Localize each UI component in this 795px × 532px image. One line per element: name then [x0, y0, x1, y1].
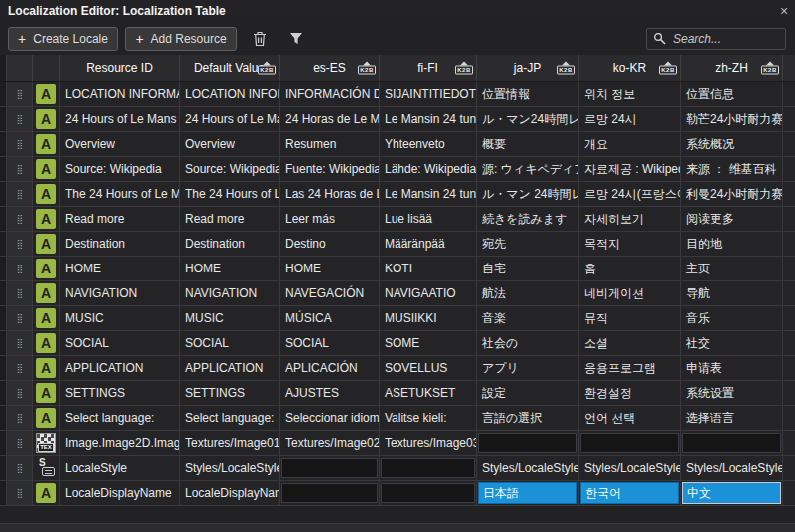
row-drag-handle[interactable]: ⣿ [7, 182, 33, 206]
cell-es[interactable]: SOCIAL [280, 331, 380, 355]
row-drag-handle[interactable]: ⣿ [7, 82, 33, 106]
cell-zh[interactable]: 来源 ： 维基百科 [681, 157, 783, 181]
filter-button[interactable] [284, 27, 308, 51]
cell-def[interactable]: LOCATION INFORMATION [180, 82, 280, 106]
cell-ko[interactable]: 응용프로그램 [579, 356, 681, 380]
cell-es[interactable] [280, 481, 380, 505]
cell-rid[interactable]: SETTINGS [60, 381, 180, 405]
cell-rid[interactable]: APPLICATION [60, 356, 180, 380]
row-drag-handle[interactable]: ⣿ [7, 132, 33, 156]
table-row[interactable]: ⣿TEXImage.Image2D.Image01Textures/Image0… [0, 431, 795, 456]
cell-zh[interactable]: 选择语言 [681, 406, 783, 430]
cell-fi[interactable]: Lähde: Wikipedia [380, 157, 477, 181]
table-row[interactable]: ⣿ALOCATION INFORMATIONLOCATION INFORMATI… [0, 82, 795, 107]
cell-rid[interactable]: HOME [60, 257, 180, 280]
table-row[interactable]: ⣿AAPPLICATIONAPPLICATIONAPLICACIÓNSOVELL… [0, 356, 795, 381]
cell-fi[interactable]: MUSIIKKI [380, 306, 477, 330]
cell-ja[interactable]: 社会の [477, 331, 579, 355]
column-header-rid[interactable]: Resource ID [60, 55, 180, 81]
cell-es[interactable]: Las 24 Horas de Le Mans [280, 182, 380, 206]
delete-button[interactable] [248, 27, 272, 51]
cell-es[interactable]: 24 Horas de Le Mans [280, 107, 380, 131]
row-drag-handle[interactable]: ⣿ [7, 257, 33, 280]
cell-es[interactable]: APLICACIÓN [280, 356, 380, 380]
cell-fi[interactable]: ASETUKSET [380, 381, 477, 405]
row-drag-handle[interactable]: ⣿ [7, 207, 33, 231]
table-row[interactable]: ⣿ARead moreRead moreLeer másLue lisää続きを… [0, 207, 795, 232]
cell-rid[interactable]: MUSIC [60, 306, 180, 330]
cell-ja[interactable]: ル・マン24時間レース [477, 107, 579, 131]
cell-ko[interactable]: 언어 선택 [579, 406, 681, 430]
cell-ko[interactable]: 르망 24시 [579, 107, 681, 131]
cell-ja[interactable]: 続きを読みます [477, 207, 579, 231]
column-header-zh[interactable]: zh-ZHK2B [681, 55, 783, 81]
cell-ja[interactable]: ル・マン 24時間レース [477, 182, 579, 206]
cell-zh[interactable] [681, 431, 783, 455]
table-row[interactable]: ⣿ALocaleDisplayNameLocaleDisplayName日本語한… [0, 481, 795, 506]
cell-ja[interactable]: 自宅 [477, 257, 579, 280]
add-resource-button[interactable]: + Add Resource [125, 27, 237, 51]
cell-fi[interactable]: SOME [380, 331, 477, 355]
horizontal-scrollbar[interactable] [0, 523, 795, 532]
cell-rid[interactable]: Read more [60, 207, 180, 231]
export-locale-icon[interactable]: K2B [455, 62, 473, 75]
cell-fi[interactable]: SOVELLUS [380, 356, 477, 380]
cell-zh[interactable]: 阅读更多 [681, 207, 783, 231]
table-row[interactable]: ⣿AThe 24 Hours of Le MansThe 24 Hours of… [0, 182, 795, 207]
cell-fi[interactable]: NAVIGAATIO [380, 281, 477, 305]
cell-ko[interactable]: Styles/LocaleStyle [579, 456, 681, 480]
cell-es[interactable]: NAVEGACIÓN [280, 281, 380, 305]
cell-es[interactable]: Seleccionar idioma [280, 406, 380, 430]
cell-zh[interactable]: 目的地 [681, 232, 783, 256]
cell-def[interactable]: HOME [180, 257, 280, 280]
cell-ja[interactable]: 設定 [477, 381, 579, 405]
cell-rid[interactable]: Destination [60, 232, 180, 256]
cell-rid[interactable]: SOCIAL [60, 331, 180, 355]
cell-zh[interactable]: 主页 [681, 257, 783, 280]
cell-rid[interactable]: Image.Image2D.Image01 [60, 431, 180, 455]
cell-ko[interactable]: 뮤직 [579, 306, 681, 330]
cell-ja[interactable]: Styles/LocaleStyle [477, 456, 579, 480]
cell-ja[interactable]: 宛先 [477, 232, 579, 256]
cell-rid[interactable]: LOCATION INFORMATION [60, 82, 180, 106]
row-drag-handle[interactable]: ⣿ [7, 481, 33, 505]
cell-def[interactable]: Styles/LocaleStyle [180, 456, 280, 480]
cell-ko[interactable]: 환경설정 [579, 381, 681, 405]
cell-ja[interactable]: 源: ウィキペディア [477, 157, 579, 181]
row-drag-handle[interactable]: ⣿ [7, 356, 33, 380]
column-header-es[interactable]: es-ESK2B [280, 55, 380, 81]
cell-zh[interactable]: 系统设置 [681, 381, 783, 405]
cell-zh[interactable]: 位置信息 [681, 82, 783, 106]
cell-def[interactable]: SETTINGS [180, 381, 280, 405]
cell-def[interactable]: Source: Wikipedia [180, 157, 280, 181]
search-box[interactable] [646, 28, 786, 50]
table-row[interactable]: ⣿ASETTINGSSETTINGSAJUSTESASETUKSET設定환경설정… [0, 381, 795, 406]
cell-es[interactable]: Textures/Image02 [280, 431, 380, 455]
cell-zh[interactable]: 申请表 [681, 356, 783, 380]
table-row[interactable]: ⣿SLocaleStyleStyles/LocaleStyleStyles/Lo… [0, 456, 795, 481]
cell-rid[interactable]: NAVIGATION [60, 281, 180, 305]
cell-ja[interactable]: アプリ [477, 356, 579, 380]
row-drag-handle[interactable]: ⣿ [7, 406, 33, 430]
table-row[interactable]: ⣿ADestinationDestinationDestinoMääränpää… [0, 232, 795, 257]
cell-zh[interactable]: 社交 [681, 331, 783, 355]
column-header-ja[interactable]: ja-JPK2B [477, 55, 579, 81]
cell-ko[interactable]: 위치 정보 [579, 82, 681, 106]
export-locale-icon[interactable]: K2B [761, 62, 779, 75]
cell-rid[interactable]: LocaleDisplayName [60, 481, 180, 505]
cell-zh[interactable]: 导航 [681, 281, 783, 305]
cell-ja[interactable]: 航法 [477, 281, 579, 305]
export-locale-icon[interactable]: K2B [258, 62, 276, 75]
cell-ja[interactable] [477, 431, 579, 455]
cell-ko[interactable] [579, 431, 681, 455]
table-row[interactable]: ⣿AOverviewOverviewResumenYhteenveto概要개요系… [0, 132, 795, 157]
cell-rid[interactable]: LocaleStyle [60, 456, 180, 480]
row-drag-handle[interactable]: ⣿ [7, 232, 33, 256]
row-drag-handle[interactable]: ⣿ [7, 431, 33, 455]
cell-rid[interactable]: Overview [60, 132, 180, 156]
cell-es[interactable]: HOME [280, 257, 380, 280]
cell-zh[interactable]: Styles/LocaleStyle [681, 456, 783, 480]
cell-rid[interactable]: The 24 Hours of Le Mans [60, 182, 180, 206]
table-row[interactable]: ⣿ASOCIALSOCIALSOCIALSOME社会の소셜社交 [0, 331, 795, 356]
export-locale-icon[interactable]: K2B [557, 62, 575, 75]
